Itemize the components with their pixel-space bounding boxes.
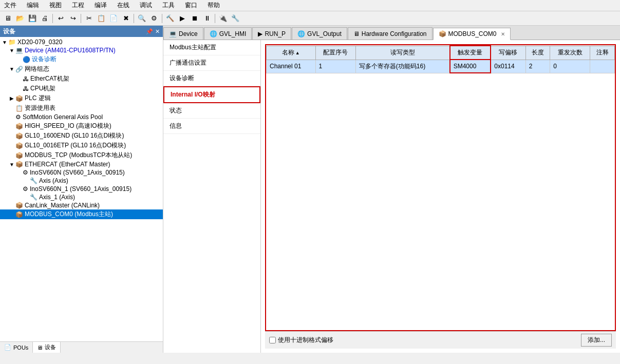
sep5 bbox=[215, 14, 215, 23]
tree-label-highspeed: HIGH_SPEED_IO (高速IO模块) bbox=[25, 122, 111, 130]
menu-debug[interactable]: 调试 bbox=[138, 1, 154, 10]
tree-toggle-ethercat_master[interactable]: ▼ bbox=[8, 162, 15, 167]
sidebar-item-gl10_do[interactable]: 📦GL10_0016ETP (GL10 16点DO模块) bbox=[0, 141, 163, 150]
sidebar-close-icon[interactable]: ✕ bbox=[155, 28, 160, 35]
tree-toggle-plc_logic[interactable]: ▶ bbox=[8, 95, 15, 101]
toolbar-new[interactable]: 🖥 bbox=[2, 13, 13, 24]
sidebar-item-ethercat_frame[interactable]: 🖧EtherCAT机架 bbox=[0, 74, 163, 84]
tree-toggle-device[interactable]: ▼ bbox=[8, 48, 15, 53]
menu-online[interactable]: 在线 bbox=[115, 1, 131, 10]
tab-gvl_hmi[interactable]: 🌐GVL_HMI bbox=[204, 27, 252, 40]
toolbar-connect[interactable]: 🔌 bbox=[217, 13, 229, 24]
sidebar-item-gl10_di[interactable]: 📦GL10_1600END (GL10 16点DI模块) bbox=[0, 131, 163, 141]
tab-modbus_com0[interactable]: 📦MODBUS_COM0✕ bbox=[433, 28, 511, 40]
toolbar: 🖥 📂 💾 🖨 ↩ ↪ ✂ 📋 📄 ✖ 🔍 ⚙ 🔨 ▶ ⏹ ⏸ 🔌 🔧 bbox=[0, 11, 620, 26]
tree-toggle-root[interactable]: ▼ bbox=[1, 40, 8, 45]
left-panel-item-1[interactable]: 广播通信设置 bbox=[163, 55, 260, 71]
toolbar-redo[interactable]: ↪ bbox=[67, 13, 79, 24]
tab-hardware-configuration[interactable]: 🖥Hardware Configuration bbox=[348, 27, 433, 40]
sidebar-item-axis_1[interactable]: 🔧Axis_1 (Axis) bbox=[0, 193, 163, 201]
table-row-0[interactable]: Channel 011写多个寄存器(功能码16)SM40000x011420 bbox=[267, 60, 615, 73]
td-comment-0 bbox=[590, 60, 615, 73]
toolbar-undo[interactable]: ↩ bbox=[55, 13, 66, 24]
sidebar-item-device[interactable]: ▼💻Device (AM401-CPU1608TP/TN) bbox=[0, 46, 163, 54]
tree-label-inosv660n: InoSV660N (SV660_1Axis_00915) bbox=[30, 169, 125, 176]
sidebar-item-resource[interactable]: 📋资源使用表 bbox=[0, 103, 163, 113]
tree-label-cpu_frame: CPU机架 bbox=[30, 84, 55, 93]
sidebar-item-modbus_com0[interactable]: 📦MODBUS_COM0 (Modbus主站) bbox=[0, 209, 163, 219]
sidebar-item-axis[interactable]: 🔧Axis (Axis) bbox=[0, 177, 163, 185]
toolbar-open[interactable]: 📂 bbox=[14, 13, 26, 24]
menu-help[interactable]: 帮助 bbox=[205, 1, 222, 10]
sidebar-item-softmotion[interactable]: ⚙SoftMotion General Axis Pool bbox=[0, 113, 163, 121]
tab-label-hardware-configuration: Hardware Configuration bbox=[362, 30, 427, 37]
sidebar-item-canlink[interactable]: 📦CanLink_Master (CANLink) bbox=[0, 201, 163, 209]
tab-gvl_output[interactable]: 🌐GVL_Output bbox=[292, 27, 347, 40]
sidebar-item-plc_logic[interactable]: ▶📦PLC 逻辑 bbox=[0, 93, 163, 103]
toolbar-run[interactable]: ▶ bbox=[177, 13, 188, 24]
sidebar-item-network[interactable]: ▼🔗网络组态 bbox=[0, 64, 163, 74]
th-comment: 注释 bbox=[590, 46, 615, 60]
sidebar-item-diag[interactable]: 🔵设备诊断 bbox=[0, 54, 163, 64]
left-panel-item-3[interactable]: Internal I/O映射 bbox=[163, 86, 260, 103]
th-name[interactable]: 名称 ▲ bbox=[267, 46, 316, 60]
left-panel-item-5[interactable]: 信息 bbox=[163, 119, 260, 134]
left-panel-item-4[interactable]: 状态 bbox=[163, 103, 260, 119]
bottom-tab-pous[interactable]: 📄 POUs bbox=[0, 342, 33, 353]
devices-icon: 🖥 bbox=[37, 344, 43, 351]
tree-label-modbus_tcp: MODBUS_TCP (ModbusTCP本地从站) bbox=[25, 151, 132, 160]
tab-close-modbus_com0[interactable]: ✕ bbox=[501, 31, 505, 37]
tree-icon-axis_1: 🔧 bbox=[30, 194, 37, 201]
sidebar-item-highspeed[interactable]: 📦HIGH_SPEED_IO (高速IO模块) bbox=[0, 121, 163, 131]
left-panel-item-2[interactable]: 设备诊断 bbox=[163, 71, 260, 86]
toolbar-settings[interactable]: ⚙ bbox=[148, 13, 160, 24]
sidebar-item-inosv660n_1[interactable]: ⚙InoSV660N_1 (SV660_1Axis_00915) bbox=[0, 185, 163, 193]
toolbar-stop[interactable]: ⏹ bbox=[189, 13, 200, 24]
tree-toggle-network[interactable]: ▼ bbox=[8, 66, 15, 72]
tab-device[interactable]: 💻Device bbox=[163, 27, 203, 40]
menu-file[interactable]: 文件 bbox=[2, 1, 18, 10]
toolbar-disconnect[interactable]: 🔧 bbox=[230, 13, 241, 24]
tree-label-softmotion: SoftMotion General Axis Pool bbox=[23, 113, 103, 121]
decimal-format-checkbox[interactable] bbox=[269, 337, 276, 343]
sidebar-item-cpu_frame[interactable]: 🖧CPU机架 bbox=[0, 84, 163, 93]
tab-label-modbus_com0: MODBUS_COM0 bbox=[448, 30, 497, 37]
tree-icon-device: 💻 bbox=[15, 47, 23, 54]
sidebar-item-ethercat_master[interactable]: ▼📦ETHERCAT (EtherCAT Master) bbox=[0, 160, 163, 168]
toolbar-paste[interactable]: 📄 bbox=[108, 13, 119, 24]
menu-compile[interactable]: 编译 bbox=[92, 1, 109, 10]
left-panel-item-0[interactable]: Modbus主站配置 bbox=[163, 40, 260, 55]
toolbar-copy[interactable]: 📋 bbox=[96, 13, 107, 24]
tab-icon-hardware-configuration: 🖥 bbox=[353, 30, 360, 37]
tree-icon-inosv660n_1: ⚙ bbox=[23, 185, 28, 193]
sidebar-item-root[interactable]: ▼📁XD20-079_0320 bbox=[0, 38, 163, 46]
tree-label-canlink: CanLink_Master (CANLink) bbox=[25, 202, 100, 209]
menu-tools[interactable]: 工具 bbox=[160, 1, 177, 10]
bottom-tab-devices[interactable]: 🖥 设备 bbox=[33, 342, 61, 353]
content-area: 💻Device🌐GVL_HMI▶RUN_P🌐GVL_Output🖥Hardwar… bbox=[163, 26, 620, 353]
sep3 bbox=[134, 14, 134, 23]
td-name-0: Channel 01 bbox=[267, 60, 316, 73]
sep2 bbox=[81, 14, 81, 23]
toolbar-delete[interactable]: ✖ bbox=[120, 13, 131, 24]
toolbar-pause[interactable]: ⏸ bbox=[201, 13, 213, 24]
tree-label-axis: Axis (Axis) bbox=[39, 177, 68, 184]
toolbar-print[interactable]: 🖨 bbox=[39, 13, 50, 24]
tree-label-diag: 设备诊断 bbox=[32, 55, 57, 64]
toolbar-cut[interactable]: ✂ bbox=[83, 13, 95, 24]
sidebar-item-modbus_tcp[interactable]: 📦MODBUS_TCP (ModbusTCP本地从站) bbox=[0, 150, 163, 160]
tab-icon-modbus_com0: 📦 bbox=[439, 30, 446, 37]
toolbar-save[interactable]: 💾 bbox=[27, 13, 38, 24]
sidebar-item-inosv660n[interactable]: ⚙InoSV660N (SV660_1Axis_00915) bbox=[0, 168, 163, 177]
menu-edit[interactable]: 编辑 bbox=[25, 1, 41, 10]
tree-icon-gl10_do: 📦 bbox=[15, 142, 23, 149]
decimal-format-checkbox-label[interactable]: 使用十进制格式偏移 bbox=[269, 336, 333, 344]
toolbar-build[interactable]: 🔨 bbox=[164, 13, 176, 24]
tab-run_p[interactable]: ▶RUN_P bbox=[252, 27, 291, 40]
toolbar-search[interactable]: 🔍 bbox=[136, 13, 147, 24]
menu-view[interactable]: 视图 bbox=[47, 1, 64, 10]
sidebar-pin-icon[interactable]: 📌 bbox=[146, 28, 153, 35]
add-button[interactable]: 添加... bbox=[581, 334, 612, 347]
menu-window[interactable]: 窗口 bbox=[183, 1, 199, 10]
menu-project[interactable]: 工程 bbox=[70, 1, 86, 10]
